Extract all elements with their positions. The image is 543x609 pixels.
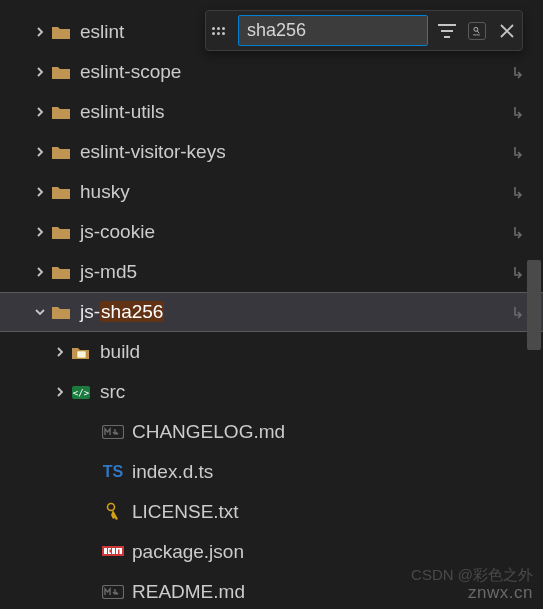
tree-folder[interactable]: build [0,332,543,372]
chevron-right-icon[interactable] [30,265,50,279]
svg-point-5 [108,504,115,511]
tree-item-label: index.d.ts [132,461,213,483]
tree-folder[interactable]: js-sha256 [0,292,543,332]
key-icon [102,502,124,522]
chevron-right-icon[interactable] [30,225,50,239]
fuzzy-match-icon[interactable] [468,22,486,40]
tree-file[interactable]: TSindex.d.ts [0,452,543,492]
folder-icon [50,264,72,280]
svg-rect-12 [118,550,120,555]
tree-item-label: src [100,381,125,403]
tree-item-label: eslint-visitor-keys [80,141,226,163]
wrap-indicator-icon [511,185,525,199]
wrap-indicator-icon [511,265,525,279]
watermark-znwx: znwx.cn [468,583,533,603]
tree-folder[interactable]: js-md5 [0,252,543,292]
folder-icon [50,224,72,240]
svg-rect-7 [104,548,107,554]
svg-rect-9 [110,550,112,553]
tree-folder[interactable]: eslint-scope [0,52,543,92]
tree-folder[interactable]: eslint-utils [0,92,543,132]
chevron-right-icon[interactable] [30,65,50,79]
chevron-right-icon[interactable] [30,105,50,119]
search-input[interactable] [238,15,428,46]
folder-icon [50,24,72,40]
svg-text:</>: </> [73,388,90,398]
tree-folder[interactable]: </>src [0,372,543,412]
wrap-indicator-icon [511,305,525,319]
file-tree: eslinteslint-scopeeslint-utilseslint-vis… [0,0,543,609]
folder-icon [50,104,72,120]
folder-icon [50,304,72,320]
tree-file[interactable]: CHANGELOG.md [0,412,543,452]
svg-point-0 [474,27,478,31]
md-icon [102,425,124,439]
chevron-right-icon[interactable] [30,25,50,39]
tree-item-label: js-md5 [80,261,137,283]
tree-item-label: LICENSE.txt [132,501,239,523]
chevron-down-icon[interactable] [30,305,50,319]
chevron-right-icon[interactable] [30,185,50,199]
tree-item-label: CHANGELOG.md [132,421,285,443]
md-icon [102,585,124,599]
wrap-indicator-icon [511,105,525,119]
folder-icon [50,144,72,160]
chevron-right-icon[interactable] [30,145,50,159]
tree-item-label: eslint [80,21,124,43]
svg-rect-1 [77,351,86,358]
tree-file[interactable]: LICENSE.txt [0,492,543,532]
folder-icon [50,64,72,80]
wrap-indicator-icon [511,145,525,159]
wrap-indicator-icon [511,225,525,239]
close-icon[interactable] [498,22,516,40]
chevron-right-icon[interactable] [50,345,70,359]
drag-handle-icon[interactable] [212,27,228,35]
npm-icon [102,546,124,558]
tree-folder[interactable]: eslint-visitor-keys [0,132,543,172]
tree-item-label: build [100,341,140,363]
filter-icon[interactable] [438,22,456,40]
tree-item-label: package.json [132,541,244,563]
tree-item-label: js-cookie [80,221,155,243]
folder-open-icon [70,344,92,360]
chevron-right-icon[interactable] [50,385,70,399]
folder-icon [50,184,72,200]
scrollbar-thumb[interactable] [527,260,541,350]
tree-folder[interactable]: js-cookie [0,212,543,252]
tree-item-label: husky [80,181,130,203]
tree-item-label: eslint-utils [80,101,164,123]
tree-item-label: eslint-scope [80,61,181,83]
tree-item-label: js-sha256 [80,301,164,323]
svg-rect-10 [112,548,115,554]
tree-item-label: README.md [132,581,245,603]
ts-icon: TS [102,463,124,481]
wrap-indicator-icon [511,65,525,79]
folder-src-icon: </> [70,384,92,400]
tree-folder[interactable]: husky [0,172,543,212]
find-widget[interactable] [205,10,523,51]
